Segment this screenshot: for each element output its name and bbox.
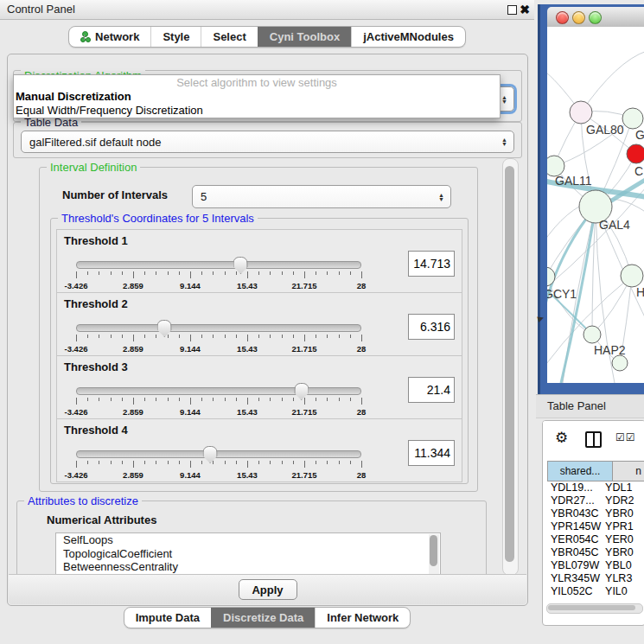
network-window-titlebar[interactable] <box>547 7 644 28</box>
tick-mark <box>361 461 362 468</box>
control-panel-titlebar: Control Panel ✖ <box>0 0 534 20</box>
threshold-value-field[interactable]: 11.344 <box>408 440 455 466</box>
cell-shared-name: YPR145W <box>547 520 602 533</box>
network-canvas[interactable]: GAL80GCGAL11GAL4GCY1HHAP2 <box>547 27 644 383</box>
tick-mark <box>111 461 112 464</box>
apply-button[interactable]: Apply <box>239 579 297 600</box>
network-node-g[interactable] <box>622 108 643 129</box>
tick-mark <box>168 461 169 464</box>
tick-mark <box>201 398 202 401</box>
scale-label: 28 <box>357 407 367 417</box>
attribute-list-item[interactable]: TopologicalCoefficient <box>56 547 440 561</box>
tab-label: jActiveMNodules <box>363 30 454 43</box>
tab-select[interactable]: Select <box>201 27 257 47</box>
scrollbar-thumb[interactable] <box>548 605 635 610</box>
cell-shared-name: YDR27... <box>547 494 602 507</box>
network-edge[interactable] <box>581 51 644 112</box>
tick-mark <box>201 335 202 338</box>
tab-jactivemnodules[interactable]: jActiveMNodules <box>351 27 465 47</box>
table-row[interactable]: YER054CYER0 <box>547 533 644 546</box>
tab-network[interactable]: Network <box>69 27 150 47</box>
scrollbar-thumb[interactable] <box>505 166 514 562</box>
slider-track[interactable] <box>76 450 361 458</box>
threshold-value-field[interactable]: 6.316 <box>408 314 455 340</box>
tick-mark <box>270 271 271 275</box>
tick-mark <box>339 335 340 338</box>
column-header-shared-name[interactable]: shared... <box>547 461 613 481</box>
table-data-combobox[interactable]: galFiltered.sif default node ▲▼ <box>21 131 514 153</box>
threshold-slider[interactable]: -3.4262.8599.14415.4321.71528 <box>76 384 361 417</box>
attribute-list-item[interactable]: BetweennessCentrality <box>56 560 440 574</box>
tab-label: Network <box>95 30 139 43</box>
table-row[interactable]: YDL19...YDL1 <box>547 481 644 494</box>
table-row[interactable]: YBR043CYBR0 <box>547 507 644 520</box>
tab-cyni-toolbox[interactable]: Cyni Toolbox <box>258 27 351 47</box>
tick-mark <box>213 398 214 401</box>
tick-mark <box>293 335 294 338</box>
network-edge[interactable] <box>547 277 592 335</box>
slider-ticks <box>76 461 361 469</box>
scrollbar-thumb[interactable] <box>430 535 437 566</box>
network-node-label: GAL4 <box>599 218 630 232</box>
zoom-traffic-light-icon[interactable] <box>589 11 602 24</box>
network-node-gal80[interactable] <box>570 101 592 124</box>
algorithm-placeholder-option[interactable]: Select algorithm to view settings <box>14 75 500 90</box>
tab-discretize-data[interactable]: Discretize Data <box>211 608 315 628</box>
tab-infer-network[interactable]: Infer Network <box>315 608 410 628</box>
numerical-attributes-list[interactable]: SelfLoopsTopologicalCoefficientBetweenne… <box>55 532 441 575</box>
settings-scrollbar[interactable] <box>502 158 519 576</box>
tick-mark <box>258 398 259 401</box>
threshold-value-field[interactable]: 21.4 <box>408 377 455 403</box>
network-node-c[interactable] <box>627 144 644 163</box>
scale-label: 9.144 <box>180 470 201 480</box>
gear-icon[interactable]: ⚙ <box>555 429 568 447</box>
slider-ticks <box>76 335 361 342</box>
table-row[interactable]: YBL079WYBL0 <box>547 559 644 572</box>
threshold-slider[interactable]: -3.4262.8599.14415.4321.71528 <box>76 447 361 480</box>
tick-mark <box>133 271 134 278</box>
slider-track[interactable] <box>76 387 361 395</box>
tick-mark <box>327 461 328 464</box>
algorithm-option-equal-width[interactable]: Equal Width/Frequency Discretization <box>14 104 500 118</box>
table-horizontal-scrollbar[interactable] <box>546 603 643 614</box>
network-node-h[interactable] <box>621 265 643 287</box>
column-header-name[interactable]: n <box>613 461 644 481</box>
slider-track[interactable] <box>76 261 361 269</box>
network-node-hap2[interactable] <box>583 326 601 343</box>
slider-track[interactable] <box>76 324 361 332</box>
tick-mark <box>144 271 145 275</box>
split-columns-icon[interactable] <box>585 431 602 448</box>
tick-mark <box>270 335 271 338</box>
threshold-label: Threshold 1 <box>64 234 128 247</box>
threshold-label: Threshold 4 <box>64 424 128 437</box>
float-window-icon[interactable] <box>507 5 517 15</box>
algorithm-option-manual[interactable]: Manual Discretization <box>14 90 500 104</box>
tab-style[interactable]: Style <box>150 27 201 47</box>
close-icon[interactable]: ✖ <box>520 1 530 18</box>
table-row[interactable]: YPR145WYPR1 <box>547 520 644 533</box>
tick-mark <box>190 335 191 341</box>
table-row[interactable]: YDR27...YDR2 <box>547 494 644 507</box>
network-node-gcy1[interactable] <box>547 267 555 286</box>
threshold-value-field[interactable]: 14.713 <box>408 251 455 277</box>
number-of-intervals-combobox[interactable]: 5 ▲▼ <box>192 185 451 208</box>
threshold-slider[interactable]: -3.4262.8599.14415.4321.71528 <box>76 258 361 290</box>
tick-mark <box>350 335 351 338</box>
tab-impute-data[interactable]: Impute Data <box>124 608 211 628</box>
network-node[interactable] <box>612 355 628 371</box>
tick-mark <box>213 271 214 275</box>
attributes-list-scrollbar[interactable] <box>429 534 439 575</box>
attribute-list-item[interactable]: SelfLoops <box>56 533 440 547</box>
close-traffic-light-icon[interactable] <box>556 11 569 24</box>
window-title: Control Panel <box>7 0 75 19</box>
number-of-intervals-value: 5 <box>201 186 207 207</box>
tick-mark <box>316 271 316 275</box>
threshold-slider[interactable]: -3.4262.8599.14415.4321.71528 <box>76 321 361 354</box>
table-row[interactable]: YLR345WYLR3 <box>547 572 644 585</box>
tick-mark <box>236 398 237 401</box>
minimize-traffic-light-icon[interactable] <box>572 11 585 24</box>
table-row[interactable]: YBR045CYBR0 <box>547 546 644 559</box>
table-row[interactable]: YIL052CYIL0 <box>547 585 644 598</box>
tick-mark <box>247 398 248 405</box>
select-columns-checkboxes-icon[interactable]: ☑☑ <box>615 431 636 443</box>
